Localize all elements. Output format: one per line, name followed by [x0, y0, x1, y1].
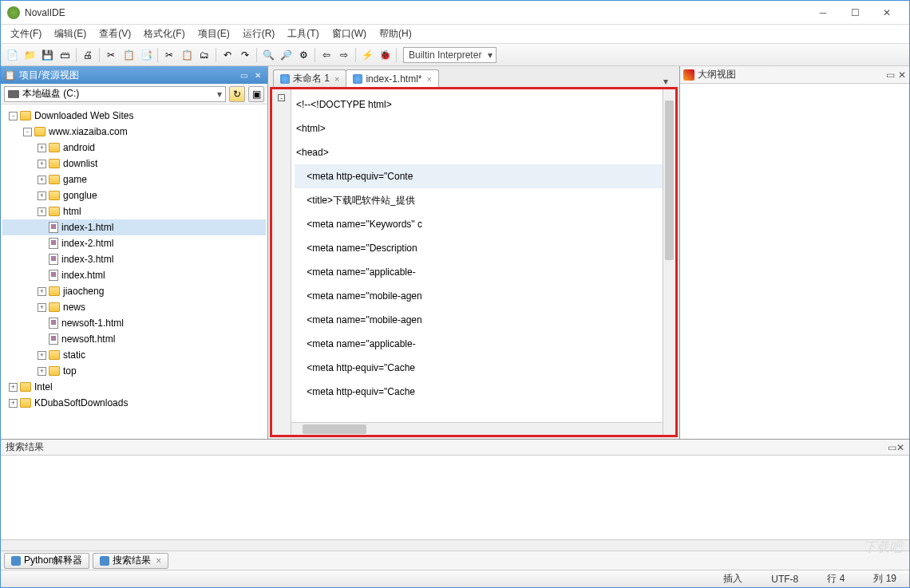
horizontal-scrollbar[interactable]: [1, 539, 909, 551]
expand-icon[interactable]: [38, 255, 46, 264]
vertical-scrollbar[interactable]: [663, 89, 675, 435]
tab-close-icon[interactable]: ×: [334, 74, 339, 84]
stack-icon[interactable]: 🗂: [196, 47, 212, 63]
code-line[interactable]: <meta http-equiv="Conte: [295, 164, 663, 188]
tree-item[interactable]: +downlist: [2, 156, 266, 172]
code-line[interactable]: <meta name="applicable-: [295, 332, 663, 356]
panel-close-icon[interactable]: ✕: [896, 442, 904, 453]
tab-close-icon[interactable]: ×: [426, 74, 431, 84]
menu-格式化(F)[interactable]: 格式化(F): [137, 26, 191, 42]
menu-编辑(E)[interactable]: 编辑(E): [48, 26, 93, 42]
editor-tab[interactable]: index-1.html*×: [346, 69, 438, 87]
expand-icon[interactable]: [38, 271, 46, 280]
expand-icon[interactable]: -: [9, 112, 18, 120]
expand-icon[interactable]: +: [38, 160, 46, 168]
code-line[interactable]: <meta name="mobile-agen: [295, 284, 663, 308]
expand-icon[interactable]: +: [38, 144, 46, 152]
arrow-left-icon[interactable]: ⇦: [318, 47, 334, 63]
expand-icon[interactable]: +: [38, 367, 46, 376]
fold-toggle-icon[interactable]: -: [278, 94, 285, 101]
save-all-icon[interactable]: 🗃: [57, 47, 73, 63]
panel-close-icon[interactable]: ✕: [898, 69, 906, 81]
tab-close-icon[interactable]: ×: [156, 555, 161, 566]
run-icon[interactable]: ⚡: [359, 47, 375, 63]
find-icon[interactable]: 🔍: [260, 47, 276, 63]
menu-文件(F)[interactable]: 文件(F): [4, 26, 48, 42]
code-line[interactable]: <meta name="Keywords" c: [295, 212, 663, 236]
panel-close-icon[interactable]: ✕: [251, 69, 264, 81]
code-line[interactable]: <head>: [295, 140, 663, 164]
scissors-icon[interactable]: ✂: [161, 47, 177, 63]
debug-icon[interactable]: 🐞: [377, 47, 393, 63]
open-icon[interactable]: 📁: [22, 47, 38, 63]
menu-帮助(H)[interactable]: 帮助(H): [373, 26, 418, 42]
minimize-button[interactable]: ─: [807, 2, 839, 24]
menu-运行(R)[interactable]: 运行(R): [236, 26, 282, 42]
editor-tab[interactable]: 未命名 1×: [273, 69, 346, 87]
code-line[interactable]: <html>: [295, 116, 663, 140]
panel-minimize-icon[interactable]: ▭: [237, 69, 250, 81]
tree-item[interactable]: +news: [2, 299, 266, 315]
zoom-icon[interactable]: 🔎: [278, 47, 294, 63]
interpreter-select[interactable]: Builtin Interpreter: [403, 47, 497, 63]
menu-项目(E)[interactable]: 项目(E): [192, 26, 236, 42]
tree-item[interactable]: +jiaocheng: [2, 283, 266, 299]
tree-item[interactable]: +KDubaSoftDownloads: [2, 395, 266, 411]
clipboard-icon[interactable]: 📋: [179, 47, 195, 63]
tree-item[interactable]: +html: [2, 203, 266, 219]
tree-item[interactable]: +Intel: [2, 379, 266, 395]
panel-minimize-icon[interactable]: ▭: [886, 69, 895, 81]
save-icon[interactable]: 💾: [39, 47, 55, 63]
tree-item[interactable]: +gonglue: [2, 187, 266, 203]
expand-icon[interactable]: [38, 319, 46, 328]
paste-icon[interactable]: 📑: [138, 47, 154, 63]
arrow-right-icon[interactable]: ⇨: [336, 47, 352, 63]
search-results-body[interactable]: [1, 456, 909, 539]
menu-查看(V)[interactable]: 查看(V): [93, 26, 137, 42]
new-file-icon[interactable]: 📄: [4, 47, 20, 63]
gear-icon[interactable]: ⚙: [295, 47, 311, 63]
expand-icon[interactable]: [38, 335, 46, 344]
expand-icon[interactable]: +: [38, 176, 46, 184]
redo-icon[interactable]: ↷: [237, 47, 253, 63]
expand-icon[interactable]: +: [38, 303, 46, 312]
expand-icon[interactable]: +: [38, 287, 46, 296]
menu-窗口(W)[interactable]: 窗口(W): [326, 26, 373, 42]
tree-item[interactable]: -Downloaded Web Sites: [2, 108, 266, 124]
undo-icon[interactable]: ↶: [220, 47, 235, 63]
file-tree[interactable]: -Downloaded Web Sites-www.xiazaiba.com+a…: [1, 105, 267, 439]
expand-icon[interactable]: [38, 223, 46, 232]
code-editor[interactable]: <!--<!DOCTYPE html><html><head> <meta ht…: [291, 89, 663, 435]
tree-item[interactable]: +top: [2, 363, 266, 379]
tree-item[interactable]: index-3.html: [2, 251, 266, 267]
editor-gutter[interactable]: -: [272, 89, 291, 435]
expand-icon[interactable]: +: [9, 383, 18, 392]
tree-item[interactable]: index-1.html: [2, 219, 266, 235]
maximize-button[interactable]: ☐: [839, 2, 871, 24]
code-line[interactable]: <meta name="mobile-agen: [295, 308, 663, 332]
copy-icon[interactable]: 📋: [121, 47, 136, 63]
code-line[interactable]: <!--<!DOCTYPE html>: [295, 93, 663, 116]
expand-icon[interactable]: +: [38, 191, 46, 200]
code-line[interactable]: <meta http-equiv="Cache: [295, 380, 663, 404]
close-button[interactable]: ✕: [871, 2, 903, 24]
bottom-tab[interactable]: 搜索结果×: [93, 553, 168, 569]
drive-select[interactable]: 本地磁盘 (C:): [4, 86, 226, 102]
tree-item[interactable]: index.html: [2, 267, 266, 283]
expand-icon[interactable]: -: [23, 128, 32, 136]
tree-item[interactable]: +android: [2, 140, 266, 156]
collapse-button[interactable]: ▣: [248, 86, 264, 102]
expand-icon[interactable]: +: [38, 351, 46, 360]
menu-工具(T)[interactable]: 工具(T): [281, 26, 325, 42]
tree-item[interactable]: -www.xiazaiba.com: [2, 124, 266, 140]
cut-icon[interactable]: ✂: [103, 47, 119, 63]
tree-item[interactable]: newsoft.html: [2, 331, 266, 347]
code-line[interactable]: <meta http-equiv="Cache: [295, 356, 663, 380]
tree-item[interactable]: +game: [2, 172, 266, 187]
code-line[interactable]: <title>下载吧软件站_提供: [295, 188, 663, 212]
bottom-tab[interactable]: Python解释器: [4, 553, 89, 569]
horizontal-scrollbar[interactable]: [291, 422, 663, 435]
tree-item[interactable]: index-2.html: [2, 235, 266, 251]
tree-item[interactable]: newsoft-1.html: [2, 315, 266, 331]
expand-icon[interactable]: +: [38, 207, 46, 216]
